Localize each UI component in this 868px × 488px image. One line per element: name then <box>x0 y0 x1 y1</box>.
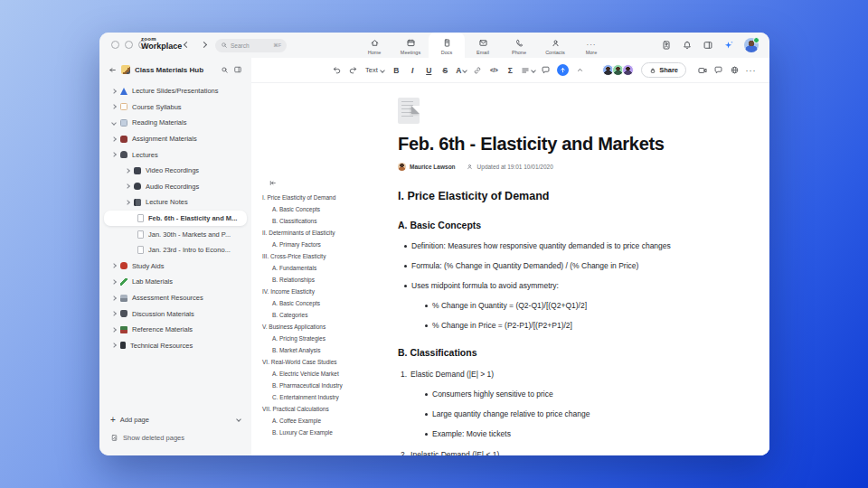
show-deleted-pages-button[interactable]: Show deleted pages <box>110 430 241 445</box>
tree-item-course-syllabus[interactable]: Course Syllabus <box>104 99 247 116</box>
chevron-right-icon[interactable] <box>111 311 117 316</box>
toc-item[interactable]: A. Electric Vehicle Market <box>262 368 391 380</box>
text-color-dropdown[interactable]: A <box>454 62 469 79</box>
chevron-right-icon[interactable] <box>111 152 117 157</box>
comment-button[interactable] <box>538 62 553 79</box>
tree-item-audio-recordings[interactable]: Audio Recordings <box>104 179 247 195</box>
numbered-item[interactable]: 2.Inelastic Demand (|E| < 1) <box>398 450 716 455</box>
profile-card-icon[interactable] <box>661 40 672 51</box>
ai-sparkle-icon[interactable] <box>723 40 734 51</box>
italic-button[interactable]: I <box>405 62 420 79</box>
tab-home[interactable]: Home <box>356 33 392 58</box>
bullet-item[interactable]: Formula: (% Change in Quantity Demanded)… <box>398 261 716 270</box>
user-avatar[interactable] <box>744 38 759 52</box>
underline-button[interactable]: U <box>421 62 437 79</box>
collapse-toolbar-button[interactable] <box>572 62 588 79</box>
toc-item[interactable]: VII. Practical Calculations <box>262 403 391 415</box>
tab-meetings[interactable]: Meetings <box>392 33 429 58</box>
back-icon[interactable] <box>184 42 190 48</box>
toc-item[interactable]: II. Determinants of Elasticity <box>262 227 391 239</box>
tree-item-video-recordings[interactable]: Video Recordings <box>104 163 247 179</box>
tree-item-reference-materials[interactable]: Reference Materials <box>104 322 247 338</box>
strikethrough-button[interactable]: S <box>438 62 453 79</box>
more-options-button[interactable]: ··· <box>743 62 759 79</box>
tree-item-lectures[interactable]: Lectures <box>104 146 247 163</box>
chevron-right-icon[interactable] <box>111 343 117 348</box>
list-format-dropdown[interactable] <box>519 62 537 79</box>
document-page[interactable]: Feb. 6th - Elasticity and Markets Mauric… <box>398 83 716 455</box>
toc-item[interactable]: B. Market Analysis <box>262 344 391 356</box>
ai-companion-button[interactable] <box>557 64 569 76</box>
forward-icon[interactable] <box>201 42 207 48</box>
toc-item[interactable]: A. Primary Factors <box>262 239 391 250</box>
tab-docs[interactable]: Docs <box>429 33 465 58</box>
tab-phone[interactable]: Phone <box>501 33 537 58</box>
tree-item-lab-materials[interactable]: Lab Materials <box>104 274 247 290</box>
chevron-right-icon[interactable] <box>125 184 130 190</box>
toc-item[interactable]: A. Coffee Example <box>262 415 391 427</box>
share-button[interactable]: Share <box>641 62 686 78</box>
heading-price-elasticity[interactable]: I. Price Elasticity of Demand <box>398 190 716 202</box>
notifications-bell-icon[interactable] <box>682 40 693 51</box>
toc-item[interactable]: B. Luxury Car Example <box>262 427 391 438</box>
toc-item[interactable]: B. Relationships <box>262 274 391 286</box>
start-video-button[interactable] <box>694 62 710 79</box>
tree-item-assignment-materials[interactable]: Assignment Materials <box>104 131 247 147</box>
chevron-down-icon[interactable] <box>111 120 117 126</box>
back-arrow-icon[interactable] <box>108 66 117 74</box>
toc-item[interactable]: B. Pharmaceutical Industry <box>262 380 391 391</box>
sidebar-search-icon[interactable] <box>221 66 229 74</box>
document-title[interactable]: Feb. 6th - Elasticity and Markets <box>398 134 716 155</box>
tree-item-lecture-notes[interactable]: Lecture Notes <box>104 194 247 211</box>
toc-item[interactable]: A. Basic Concepts <box>262 203 391 215</box>
tree-item-jan-30th[interactable]: Jan. 30th - Markets and P... <box>104 226 247 242</box>
chevron-down-icon[interactable] <box>236 417 241 422</box>
tree-item-reading-materials[interactable]: Reading Materials <box>104 115 247 131</box>
chevron-right-icon[interactable] <box>111 296 117 301</box>
toc-item[interactable]: VI. Real-World Case Studies <box>262 356 391 368</box>
heading-classifications[interactable]: B. Classifications <box>398 347 716 358</box>
bullet-item[interactable]: Large quantity change relative to price … <box>419 409 716 418</box>
chevron-right-icon[interactable] <box>111 89 117 94</box>
global-search-input[interactable]: Search ⌘F <box>215 39 287 52</box>
minimize-button[interactable] <box>125 41 133 49</box>
chevron-right-icon[interactable] <box>125 168 130 174</box>
toc-item[interactable]: A. Basic Concepts <box>262 297 391 309</box>
tree-item-technical-resources[interactable]: Technical Resources <box>104 338 247 354</box>
chevron-right-icon[interactable] <box>111 105 117 110</box>
tree-item-discussion-materials[interactable]: Discussion Materials <box>104 305 247 322</box>
close-button[interactable] <box>111 41 119 49</box>
chevron-right-icon[interactable] <box>125 200 130 205</box>
toc-item[interactable]: A. Fundamentals <box>262 262 391 274</box>
language-button[interactable] <box>727 62 742 79</box>
add-page-button[interactable]: + Add page <box>110 412 241 427</box>
undo-button[interactable] <box>329 62 344 79</box>
bullet-item[interactable]: Uses midpoint formula to avoid asymmetry… <box>398 281 716 290</box>
tree-item-study-aids[interactable]: Study Aids <box>104 258 247 275</box>
bullet-item[interactable]: Definition: Measures how responsive quan… <box>398 241 716 250</box>
tree-item-feb-6th[interactable]: Feb. 6th - Elasticity and M... <box>104 211 247 227</box>
toc-item[interactable]: I. Price Elasticity of Demand <box>262 192 391 203</box>
tree-item-assessment-resources[interactable]: Assessment Resources <box>104 290 247 306</box>
tree-item-jan-23rd[interactable]: Jan. 23rd - Intro to Econo... <box>104 242 247 258</box>
bullet-item[interactable]: % Change in Price = (P2-P1)/[(P2+P1)/2] <box>419 321 716 330</box>
insert-link-button[interactable] <box>470 62 486 79</box>
collaborator-avatars[interactable] <box>604 64 634 76</box>
formula-button[interactable]: Σ <box>503 62 518 79</box>
toc-item[interactable]: A. Pricing Strategies <box>262 333 391 344</box>
side-panel-icon[interactable] <box>703 40 713 51</box>
tab-email[interactable]: Email <box>465 33 501 58</box>
bullet-item[interactable]: Example: Movie tickets <box>419 429 716 438</box>
chevron-right-icon[interactable] <box>111 263 117 268</box>
heading-basic-concepts[interactable]: A. Basic Concepts <box>398 220 716 230</box>
toc-item[interactable]: IV. Income Elasticity <box>262 286 391 297</box>
tab-contacts[interactable]: Contacts <box>537 33 573 58</box>
numbered-item[interactable]: 1.Elastic Demand (|E| > 1) <box>398 370 716 379</box>
chevron-right-icon[interactable] <box>111 327 117 333</box>
toc-item[interactable]: V. Business Applications <box>262 321 391 333</box>
text-style-dropdown[interactable]: Text <box>362 62 388 79</box>
tree-item-lecture-slides[interactable]: Lecture Slides/Presentations <box>104 83 247 99</box>
redo-button[interactable] <box>345 62 361 79</box>
bold-button[interactable]: B <box>389 62 404 79</box>
toc-item[interactable]: B. Categories <box>262 309 391 321</box>
